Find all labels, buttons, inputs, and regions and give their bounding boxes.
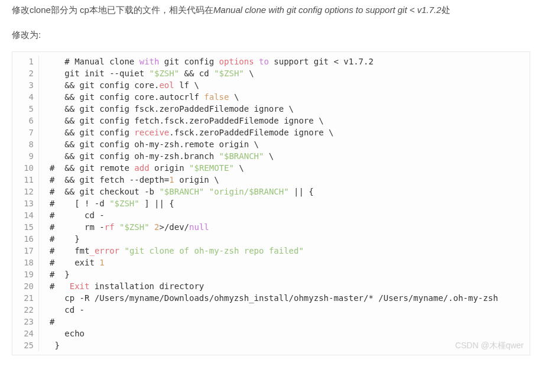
intro-suffix: 处	[442, 5, 450, 15]
line-content: # && git checkout -b "$BRANCH" "origin/$…	[39, 186, 314, 197]
code-line: 11# && git fetch --depth=1 origin \	[12, 174, 530, 186]
line-content: && git config oh-my-zsh.branch "$BRANCH"…	[39, 150, 274, 162]
line-number: 9	[12, 150, 39, 162]
intro-italic: Manual clone with git config options to …	[213, 5, 442, 15]
line-number: 17	[12, 245, 39, 257]
line-content: # [ ! -d "$ZSH" ] || {	[39, 197, 174, 209]
line-content: # Manual clone with git config options t…	[39, 56, 374, 67]
line-number: 2	[12, 67, 39, 79]
code-line: 21 cp -R /Users/myname/Downloads/ohmyzsh…	[12, 292, 530, 304]
code-line: 2 git init --quiet "$ZSH" && cd "$ZSH" \	[12, 67, 530, 79]
line-number: 12	[12, 186, 39, 197]
code-line: 5 && git config fsck.zeroPaddedFilemode …	[12, 103, 530, 115]
code-line: 15# rm -rf "$ZSH" 2>/dev/null	[12, 221, 530, 233]
code-line: 9 && git config oh-my-zsh.branch "$BRANC…	[12, 150, 530, 162]
code-line: 24 echo	[12, 328, 530, 339]
code-line: 10# && git remote add origin "$REMOTE" \	[12, 162, 530, 174]
line-number: 8	[12, 138, 39, 150]
line-number: 19	[12, 268, 39, 280]
line-number: 5	[12, 103, 39, 115]
line-number: 21	[12, 292, 39, 304]
line-number: 1	[12, 56, 39, 67]
intro-prefix: 修改clone部分为 cp本地已下载的文件，相关代码在	[12, 5, 213, 15]
line-number: 11	[12, 174, 39, 186]
line-content: # && git fetch --depth=1 origin \	[39, 174, 219, 186]
line-content: && git config fetch.fsck.zeroPaddedFilem…	[39, 115, 324, 127]
line-number: 4	[12, 91, 39, 103]
intro-paragraph: 修改clone部分为 cp本地已下载的文件，相关代码在Manual clone …	[12, 2, 530, 18]
code-line: 19# }	[12, 268, 530, 280]
line-content: # exit 1	[39, 257, 105, 268]
line-content: cd -	[39, 304, 85, 316]
line-number: 7	[12, 127, 39, 138]
code-line: 6 && git config fetch.fsck.zeroPaddedFil…	[12, 115, 530, 127]
code-line: 16# }	[12, 233, 530, 245]
code-line: 18# exit 1	[12, 257, 530, 268]
line-number: 16	[12, 233, 39, 245]
code-line: 12# && git checkout -b "$BRANCH" "origin…	[12, 186, 530, 197]
code-line: 20# Exit installation directory	[12, 280, 530, 292]
line-number: 24	[12, 328, 39, 339]
code-line: 3 && git config core.eol lf \	[12, 79, 530, 91]
line-content: && git config oh-my-zsh.remote origin \	[39, 138, 259, 150]
line-content: # Exit installation directory	[39, 280, 204, 292]
code-line: 25 }	[12, 339, 530, 351]
line-number: 14	[12, 209, 39, 221]
line-content: && git config receive.fsck.zeroPaddedFil…	[39, 127, 333, 138]
line-content: # cd -	[39, 209, 105, 221]
code-line: 14# cd -	[12, 209, 530, 221]
line-number: 6	[12, 115, 39, 127]
line-content: # }	[39, 233, 80, 245]
code-line: 23#	[12, 316, 530, 328]
line-content: }	[39, 339, 60, 351]
line-content: # }	[39, 268, 70, 280]
line-content: #	[39, 316, 54, 328]
line-number: 10	[12, 162, 39, 174]
code-line: 1 # Manual clone with git config options…	[12, 56, 530, 67]
line-content: git init --quiet "$ZSH" && cd "$ZSH" \	[39, 67, 254, 79]
line-content: && git config fsck.zeroPaddedFilemode ig…	[39, 103, 294, 115]
line-number: 23	[12, 316, 39, 328]
line-content: # fmt_error "git clone of oh-my-zsh repo…	[39, 245, 304, 257]
line-content: echo	[39, 328, 85, 339]
code-line: 22 cd -	[12, 304, 530, 316]
line-number: 25	[12, 339, 39, 351]
code-line: 7 && git config receive.fsck.zeroPaddedF…	[12, 127, 530, 138]
line-content: && git config core.autocrlf false \	[39, 91, 239, 103]
line-number: 15	[12, 221, 39, 233]
modify-label: 修改为:	[12, 30, 530, 41]
code-line: 17# fmt_error "git clone of oh-my-zsh re…	[12, 245, 530, 257]
line-content: cp -R /Users/myname/Downloads/ohmyzsh_in…	[39, 292, 498, 304]
line-number: 3	[12, 79, 39, 91]
line-content: && git config core.eol lf \	[39, 79, 199, 91]
line-number: 13	[12, 197, 39, 209]
line-content: # && git remote add origin "$REMOTE" \	[39, 162, 244, 174]
line-number: 20	[12, 280, 39, 292]
code-line: 13# [ ! -d "$ZSH" ] || {	[12, 197, 530, 209]
line-content: # rm -rf "$ZSH" 2>/dev/null	[39, 221, 209, 233]
code-line: 4 && git config core.autocrlf false \	[12, 91, 530, 103]
code-line: 8 && git config oh-my-zsh.remote origin …	[12, 138, 530, 150]
line-number: 18	[12, 257, 39, 268]
line-number: 22	[12, 304, 39, 316]
watermark-text: CSDN @木槿qwer	[455, 339, 524, 351]
code-block: 1 # Manual clone with git config options…	[12, 51, 530, 355]
